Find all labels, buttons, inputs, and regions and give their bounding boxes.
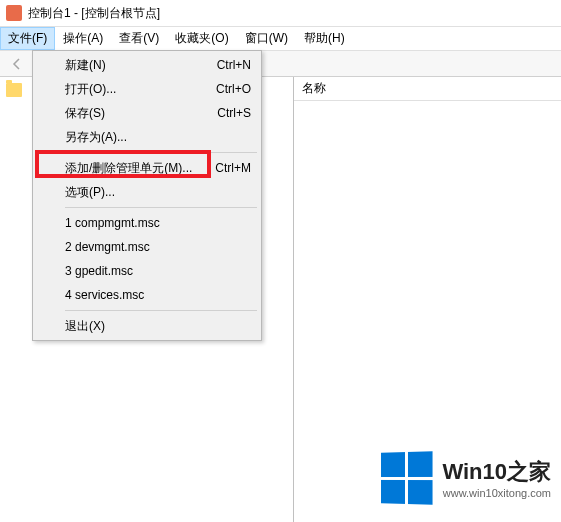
menubar: 文件(F) 操作(A) 查看(V) 收藏夹(O) 窗口(W) 帮助(H) [0, 27, 561, 51]
menu-favorites[interactable]: 收藏夹(O) [167, 27, 236, 50]
file-menu-dropdown: 新建(N)Ctrl+N 打开(O)...Ctrl+O 保存(S)Ctrl+S 另… [32, 50, 262, 341]
app-icon [6, 5, 22, 21]
menu-window[interactable]: 窗口(W) [237, 27, 296, 50]
folder-icon [6, 83, 22, 97]
menu-open[interactable]: 打开(O)...Ctrl+O [35, 77, 259, 101]
menu-new[interactable]: 新建(N)Ctrl+N [35, 53, 259, 77]
menu-file[interactable]: 文件(F) [0, 27, 55, 50]
windows-logo-icon [381, 451, 433, 505]
watermark-url: www.win10xitong.com [442, 487, 551, 499]
menu-exit[interactable]: 退出(X) [35, 314, 259, 338]
list-column-header[interactable]: 名称 [294, 77, 561, 101]
menu-save[interactable]: 保存(S)Ctrl+S [35, 101, 259, 125]
watermark-brand: Win10之家 [442, 457, 551, 487]
menu-options[interactable]: 选项(P)... [35, 180, 259, 204]
titlebar: 控制台1 - [控制台根节点] [0, 0, 561, 27]
back-button[interactable] [6, 53, 28, 75]
menu-add-remove-snapin[interactable]: 添加/删除管理单元(M)...Ctrl+M [35, 156, 259, 180]
watermark: Win10之家 www.win10xitong.com [380, 452, 551, 504]
menu-help[interactable]: 帮助(H) [296, 27, 353, 50]
menu-recent-2[interactable]: 2 devmgmt.msc [35, 235, 259, 259]
menu-separator [65, 310, 257, 311]
menu-view[interactable]: 查看(V) [111, 27, 167, 50]
column-name-label: 名称 [302, 80, 326, 97]
menu-separator [65, 152, 257, 153]
menu-action[interactable]: 操作(A) [55, 27, 111, 50]
menu-recent-4[interactable]: 4 services.msc [35, 283, 259, 307]
menu-separator [65, 207, 257, 208]
menu-recent-1[interactable]: 1 compmgmt.msc [35, 211, 259, 235]
menu-save-as[interactable]: 另存为(A)... [35, 125, 259, 149]
window-title: 控制台1 - [控制台根节点] [28, 5, 160, 22]
menu-recent-3[interactable]: 3 gpedit.msc [35, 259, 259, 283]
